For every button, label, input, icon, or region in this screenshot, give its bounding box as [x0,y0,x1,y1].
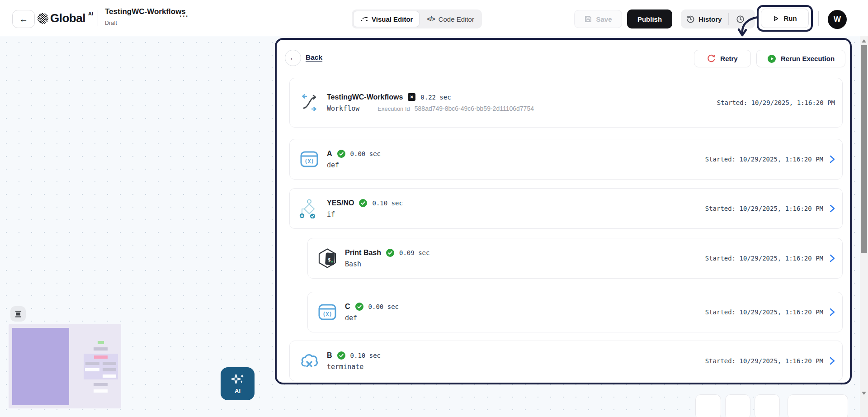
partial-button[interactable] [695,394,721,417]
app-header: ← Global AI TestingWC-Workflows Draft ⋯ … [0,0,868,36]
save-label: Save [596,15,612,23]
if-condition-icon [299,198,320,219]
more-options-icon[interactable]: ⋯ [177,9,191,23]
svg-text:(X): (X) [322,311,332,317]
row-title: YES/NO [327,199,354,207]
svg-text:$: $ [328,257,331,263]
minimap-panel-block [12,328,69,405]
minimap-node [94,383,108,386]
chevron-right-icon[interactable] [830,357,835,365]
execution-id-label: Execution Id [377,105,410,112]
execution-row-b[interactable]: B 0.10 sec terminate Started: 10/29/2025… [289,341,843,381]
tab-label: Code Editor [439,15,474,23]
ai-assistant-button[interactable]: AI [221,367,255,400]
scrollbar-up-arrow[interactable] [862,39,866,43]
rerun-execution-button[interactable]: Rerun Execution [756,50,845,67]
success-check-icon [355,303,363,311]
row-started-timestamp: Started: 10/29/2025, 1:16:20 PM [705,255,823,262]
history-icon [686,15,695,24]
back-arrow-icon: ← [289,54,297,62]
publish-button[interactable]: Publish [627,9,672,28]
minimap-node [94,347,108,351]
function-def-icon: (X) [317,302,338,322]
save-icon [584,15,592,23]
history-group: History [681,9,755,28]
rerun-label: Rerun Execution [781,55,835,62]
chevron-right-icon[interactable] [830,308,835,316]
retry-label: Retry [720,55,737,62]
retry-button[interactable]: Retry [694,50,751,67]
execution-row-yesno[interactable]: YES/NO 0.10 sec if Started: 10/29/2025, … [289,188,843,229]
logo-superscript: AI [88,11,93,16]
row-type: if [327,210,335,218]
row-started-timestamp: Started: 10/29/2025, 1:16:20 PM [705,308,823,316]
execution-row-print-bash[interactable]: $ Print Bash 0.09 sec Bash Started: 10/2… [307,238,843,279]
row-type: terminate [327,363,363,371]
minimap-node [103,362,116,365]
success-check-icon [359,199,367,207]
row-type: Workflow [327,104,359,113]
row-duration: 0.22 sec [420,94,451,101]
chevron-right-icon[interactable] [830,204,835,213]
row-type: Bash [345,260,361,268]
execution-row-c[interactable]: (X) C 0.00 sec def Started: 10/29/2025, … [307,292,843,332]
minimap-node [98,341,104,344]
panel-back-link[interactable]: Back [306,53,322,62]
user-avatar[interactable]: W [828,10,847,29]
chevron-right-icon[interactable] [830,254,835,262]
chevron-right-icon[interactable] [830,155,835,163]
row-duration: 0.10 sec [372,199,402,207]
code-icon: </> [427,15,434,23]
clock-icon[interactable] [736,15,745,24]
run-button[interactable]: Run [761,9,809,28]
workflow-status-draft: Draft [105,20,117,26]
panel-back-button[interactable]: ← [285,50,301,66]
header-back-button[interactable]: ← [12,10,35,28]
history-button[interactable]: History [698,15,722,23]
partial-button[interactable] [725,394,750,417]
row-type: def [327,161,339,169]
publish-label: Publish [637,15,662,23]
globalai-logo-icon [38,13,48,24]
success-check-icon [337,351,345,360]
minimap-toggle-button[interactable] [10,306,26,322]
scrollbar-down-arrow[interactable] [862,392,866,395]
execution-row-a[interactable]: (X) A 0.00 sec def Started: 10/29/2025, … [289,139,843,180]
minimap-node [85,368,99,371]
workflow-icon [299,92,320,113]
bash-icon: $ [317,248,338,269]
row-started-timestamp: Started: 10/29/2025, 1:16:20 PM [717,99,835,106]
divider [728,13,729,25]
back-arrow-icon: ← [19,14,28,24]
terminate-cloud-icon [299,351,320,371]
partial-button[interactable] [755,394,780,417]
canvas-minimap[interactable] [9,324,121,408]
row-title: TestingWC-Workflows [327,93,403,101]
minimap-node [94,355,108,359]
editor-mode-tabs: Visual Editor </> Code Editor [352,9,482,28]
minimap-node [85,362,99,365]
sparkles-icon [230,373,245,387]
tab-visual-editor[interactable]: Visual Editor [353,11,420,27]
tab-code-editor[interactable]: </> Code Editor [420,11,480,27]
tab-label: Visual Editor [372,15,413,23]
workflow-title: TestingWC-Workflows [105,7,186,16]
play-icon [773,15,779,22]
save-button[interactable]: Save [574,10,622,28]
partial-button[interactable] [788,394,848,417]
ai-button-label: AI [235,388,241,394]
execution-row-workflow[interactable]: TestingWC-Workflows ✕ 0.22 sec Workflow … [289,78,843,128]
row-type: def [345,314,357,322]
scrollbar-thumb[interactable] [861,45,867,253]
play-circle-icon [767,54,776,63]
minimap-node [94,389,108,393]
divider [98,10,98,26]
row-title: A [327,150,332,158]
status-x-badge: ✕ [408,93,415,101]
svg-text:(X): (X) [304,158,314,165]
minimap-node [103,368,116,371]
execution-id-value: 588ad749-8bc6-49c6-bb59-2d11106d7754 [415,105,534,112]
row-title: Print Bash [345,249,381,257]
row-title: C [345,303,350,311]
divider [818,11,819,26]
